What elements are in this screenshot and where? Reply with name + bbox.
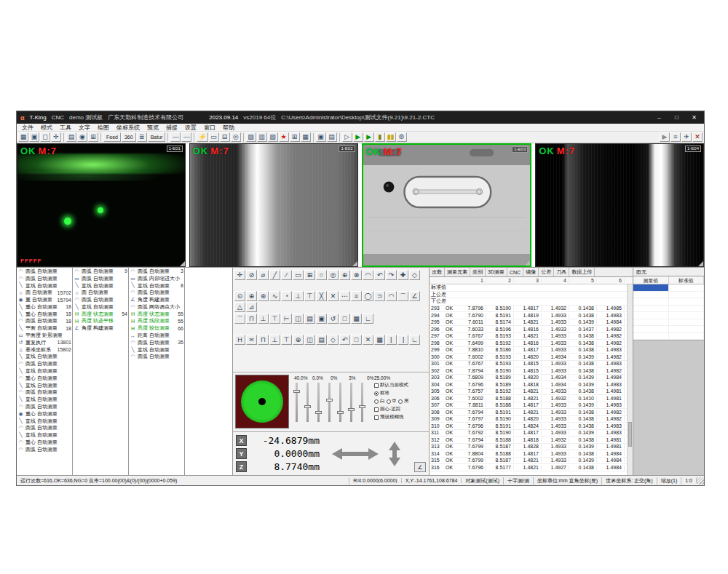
tool-icon-button[interactable]: □ — [339, 314, 350, 324]
settings-icon[interactable]: ⚙ — [397, 132, 407, 142]
tool-icon-button[interactable]: ⊕ — [339, 270, 350, 280]
measure-item-row[interactable]: ╲直线自动测量 — [17, 396, 72, 403]
table-row[interactable]: 标准值 — [430, 284, 627, 292]
light-ring-control[interactable] — [235, 375, 289, 428]
tool-icon-button[interactable]: ∕ — [281, 270, 292, 280]
window-resize-grip[interactable] — [697, 477, 704, 485]
table-row[interactable]: 304OK7.67968.51891.48181.49340.14391.498… — [430, 381, 627, 388]
table-icon[interactable]: ▦ — [301, 132, 311, 142]
table-row[interactable]: 299OK7.88108.51861.48171.49330.14381.498… — [430, 347, 627, 354]
camera-resize-handle[interactable] — [180, 261, 185, 266]
table-row[interactable]: 307OK7.88118.51881.48171.49330.14391.498… — [430, 402, 627, 410]
menu-item[interactable]: 工具 — [56, 124, 75, 132]
star-icon[interactable]: ★ — [279, 132, 289, 142]
tool-icon-button[interactable]: △ — [234, 302, 245, 312]
tool-icon-button[interactable]: ▦ — [374, 335, 385, 345]
vertical-slider[interactable] — [317, 383, 320, 422]
tool-icon-button[interactable]: ⌀ — [258, 270, 269, 280]
pause-icon[interactable]: ▮▮ — [386, 132, 396, 142]
measure-line-icon[interactable]: — — [170, 132, 181, 142]
menu-item[interactable]: 帮助 — [219, 124, 238, 132]
table-row[interactable]: 315OK7.67998.51871.48211.49330.14391.498… — [430, 458, 627, 465]
play-loop-icon[interactable]: ▶ — [364, 132, 374, 142]
tool-icon-button[interactable]: ⊤ — [304, 291, 315, 301]
measure-item-row[interactable]: ╲直线自动测量 — [17, 354, 72, 361]
run-once-icon[interactable]: ▷ — [342, 132, 352, 142]
adjust-icon[interactable]: ≣ — [137, 132, 147, 142]
tool-icon-button[interactable]: ⌊ — [386, 335, 397, 345]
vertical-slider[interactable] — [306, 383, 309, 422]
tool-icon-button[interactable]: ↶ — [374, 270, 385, 280]
slider-thumb[interactable] — [348, 408, 355, 411]
measure-line2-icon[interactable]: — — [181, 132, 191, 142]
measure-item-row[interactable]: ╲直线自动测量 — [17, 431, 72, 439]
tool-icon-button[interactable]: ⊗ — [351, 270, 362, 280]
menu-item[interactable]: 捕捉 — [162, 124, 181, 132]
measure-item-row[interactable]: ◠圆弧自动测量 — [129, 354, 184, 361]
measure-item-row[interactable]: H高度状态测量55 — [129, 311, 184, 318]
measure-item-row[interactable]: ╲直线自动测量 — [129, 346, 184, 354]
measure-item-row[interactable]: H高度较短测量66 — [129, 324, 184, 332]
measure-item-row[interactable]: ◠圆弧自动测量 — [17, 389, 72, 396]
tool-icon-button[interactable]: ∟ — [409, 335, 420, 345]
tool-icon-button[interactable]: ▤ — [304, 314, 315, 324]
tool-icon-button[interactable]: ◇ — [409, 270, 420, 280]
tool-icon-button[interactable]: ↺ — [328, 314, 339, 324]
tool-icon-button[interactable]: ✚ — [397, 270, 408, 280]
tool-icon-button[interactable]: ⊙ — [234, 291, 245, 301]
panel-row[interactable] — [633, 319, 704, 327]
tool-icon-button[interactable]: ∿ — [269, 291, 280, 301]
measure-item-row[interactable]: ∠角度构建测量 — [129, 296, 184, 303]
tool-icon-button[interactable]: ▣ — [316, 314, 327, 324]
camera-resize-handle[interactable] — [698, 261, 703, 266]
table-row[interactable]: 295OK7.60118.51741.48211.49330.14391.498… — [430, 319, 627, 327]
crosshair-icon[interactable]: ✛ — [51, 132, 61, 142]
table-tab[interactable]: 测量元素 — [445, 268, 470, 276]
batur-button[interactable]: Batur — [148, 132, 166, 142]
table-row[interactable]: 下公差 — [430, 298, 627, 306]
panel-row[interactable] — [633, 306, 704, 313]
table-tab[interactable]: 类别 — [470, 268, 486, 276]
measure-item-row[interactable]: ◠圆弧自动测量 — [17, 403, 72, 410]
panel-row[interactable] — [633, 326, 704, 333]
tool-icon-button[interactable]: ⊥ — [293, 291, 304, 301]
measure-item-row[interactable]: ◠圆弧自动测量 — [17, 446, 72, 453]
white-radio[interactable] — [374, 399, 379, 404]
measure-item-row[interactable]: H高度状态测量54 — [73, 311, 128, 318]
table-row[interactable]: 293OK7.87968.51901.48171.49320.14381.498… — [430, 306, 627, 313]
measure-item-row[interactable]: ◠圆弧自动测量 — [17, 268, 72, 275]
abort-icon[interactable]: ✕ — [692, 132, 703, 142]
table-tab[interactable]: 次数 — [430, 268, 445, 276]
tool-icon-button[interactable]: ▭ — [293, 270, 304, 280]
tool-icon-button[interactable]: ⊕ — [246, 291, 257, 301]
measure-item-row[interactable]: ▭圆弧自动测量 — [73, 275, 128, 282]
layers-icon[interactable]: ▤ — [66, 132, 76, 142]
camera-view-4[interactable]: OKM:7 1-E04 — [535, 143, 704, 267]
table-row[interactable]: 298OK7.64998.51921.48161.49330.14381.498… — [430, 340, 627, 347]
tool-icon-button[interactable]: ⌒ — [397, 291, 408, 301]
grid-icon[interactable]: ▦ — [18, 132, 28, 142]
tool-icon-button[interactable]: ⊤ — [269, 314, 280, 324]
measure-item-row[interactable]: ◠圆弧自动测量35 — [129, 339, 184, 346]
tool-icon-button[interactable]: ○ — [316, 270, 327, 280]
jog-vertical-icon[interactable] — [387, 442, 402, 466]
diagonal-hatch-icon[interactable]: ▧ — [268, 132, 278, 142]
tool-icon-button[interactable]: ⊞ — [304, 270, 315, 280]
measure-item-row[interactable]: ╲重心自动测量18 — [17, 311, 72, 318]
print-icon[interactable]: ▤ — [327, 132, 337, 142]
columns-icon[interactable]: ▥ — [257, 132, 267, 142]
menu-item[interactable]: 设置 — [181, 124, 200, 132]
measure-item-row[interactable]: ○圆自动测量 — [73, 289, 128, 296]
measure-item-row[interactable]: ◠圆弧自动测量18 — [17, 318, 72, 325]
panel-row[interactable] — [633, 298, 704, 306]
table-tab[interactable]: 刀具 — [554, 268, 569, 276]
slider-thumb[interactable] — [326, 399, 333, 402]
measure-item-row[interactable]: ╲直线自动测量 — [17, 367, 72, 375]
camera-view-2[interactable]: OKM:7 1-E02 — [189, 143, 358, 267]
vertical-slider[interactable] — [328, 383, 331, 422]
measure-item-row[interactable]: ╲直线自动测量8 — [129, 282, 184, 290]
measure-item-row[interactable]: ◠圆弧自动测量 — [17, 360, 72, 367]
measure-item-row[interactable]: ╲重心自动测量18 — [17, 303, 72, 311]
table-row[interactable]: 310OK7.67968.51911.48241.49330.14381.498… — [430, 423, 627, 430]
tool-icon-button[interactable]: ◎ — [328, 270, 339, 280]
